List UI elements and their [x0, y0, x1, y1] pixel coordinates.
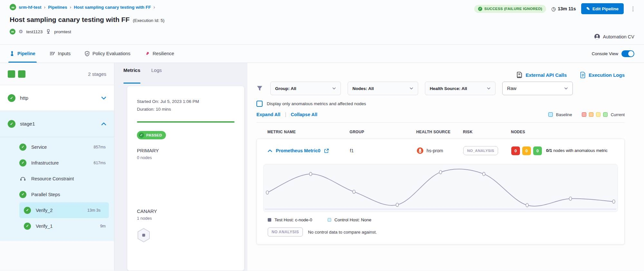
success-check-icon: ✓ [19, 159, 26, 166]
page-title: Host sampling canary testing with FF [10, 16, 130, 24]
breadcrumb-project[interactable]: srm-hf-test [19, 5, 42, 10]
health-source: hs-prom [417, 147, 463, 154]
sidebar-step-verify-2[interactable]: ✓ Verify_2 13m 3s [19, 202, 109, 218]
nodes-filter-dropdown[interactable]: Nodes: All [348, 82, 418, 95]
divider [0, 137, 114, 137]
tab-resilience[interactable]: Resilience [145, 45, 174, 63]
nodes-cell: 0 0 0 0/1 nodes with anomalous metric [511, 146, 618, 155]
risk-badge: NO_ANALYSIS [463, 146, 498, 155]
tab-logs[interactable]: Logs [151, 67, 162, 84]
page-header: ∞ srm-hf-test › Pipelines › Host samplin… [0, 0, 644, 45]
breadcrumb-separator: › [153, 5, 155, 10]
metric-timeseries-chart[interactable] [263, 164, 618, 212]
user-avatar-icon [594, 34, 600, 40]
tab-pipeline[interactable]: Pipeline [10, 45, 35, 63]
verify-details-panel: Metrics Logs Started On: Jul 5, 2023 1:0… [114, 63, 247, 271]
status-badge: ✓ SUCCESS (FAILURE IGNORED) [474, 5, 546, 13]
metrics-console-panel: API External API Calls Execution Logs Gr… [247, 63, 644, 271]
resource-constraint-icon [20, 176, 26, 182]
chevron-up-icon[interactable] [268, 149, 272, 152]
started-on: Started On: Jul 5, 2023 1:06 PM [137, 98, 235, 105]
stage-count: 2 stages [88, 71, 106, 77]
pipeline-icon [10, 51, 14, 56]
pipeline-duration: ◷ 13m 11s [551, 6, 576, 12]
baseline-swatch-icon [548, 112, 553, 117]
external-link-icon[interactable] [324, 148, 329, 153]
canary-label: CANARY [137, 208, 235, 214]
sidebar-step-resource-constraint[interactable]: Resource Constraint [0, 171, 114, 186]
service-name: test1123 [26, 29, 43, 34]
breadcrumb-separator: › [44, 5, 46, 10]
more-options-icon[interactable]: ⋮ [629, 5, 637, 12]
current-red-swatch-icon [582, 112, 586, 117]
chevron-down-icon [564, 87, 568, 90]
execution-logs-link[interactable]: Execution Logs [580, 68, 625, 82]
chevron-up-icon[interactable] [101, 122, 106, 125]
canary-node-hexagon-icon[interactable] [137, 228, 150, 243]
document-icon [580, 72, 586, 78]
metric-group: f1 [350, 148, 417, 153]
anomalous-count-badge: 0 [511, 146, 520, 155]
metric-name-link[interactable]: Prometheus Metric0 [268, 148, 350, 153]
sidebar-step-parallel-steps[interactable]: ✓ Parallel Steps [0, 186, 114, 202]
filter-funnel-icon[interactable] [256, 85, 263, 92]
data-type-dropdown[interactable]: Raw [502, 82, 573, 95]
current-yellow-swatch-icon [596, 112, 601, 117]
sidebar-stage-stage1[interactable]: ✓ stage1 [0, 111, 114, 137]
chevron-down-icon[interactable] [101, 96, 106, 100]
success-check-icon: ✓ [24, 223, 31, 230]
control-host-swatch-icon [328, 218, 331, 222]
primary-node-count: 0 nodes [137, 155, 235, 160]
resilience-icon [145, 51, 150, 56]
success-check-icon: ✓ [8, 120, 15, 128]
stage-square-icon [18, 70, 25, 78]
clock-icon: ◷ [551, 6, 556, 12]
host-legend: Test Host: c-node-0 Control Host: None [257, 212, 624, 222]
group-filter-dropdown[interactable]: Group: All [270, 82, 341, 95]
progress-bar [137, 121, 235, 123]
service-status-icon: ∞ [10, 29, 15, 35]
success-check-icon: ✓ [24, 207, 31, 214]
edit-pipeline-button[interactable]: ✎ Edit Pipeline [581, 3, 624, 14]
no-analysis-badge: NO ANALYSIS [268, 227, 303, 236]
environment-name: promtest [54, 29, 71, 34]
chevron-down-icon [409, 87, 413, 90]
success-check-icon: ✓ [8, 94, 15, 102]
sidebar-step-verify-1[interactable]: ✓ Verify_1 9m [0, 218, 114, 234]
sidebar-step-service[interactable]: ✓ Service 857ms [0, 139, 114, 155]
tab-policy-evaluations[interactable]: Policy Evaluations [85, 45, 130, 63]
chevron-down-icon [332, 87, 336, 90]
stage-summary: 2 stages [0, 63, 114, 85]
external-api-calls-link[interactable]: API External API Calls [516, 68, 567, 82]
tab-inputs[interactable]: Inputs [50, 45, 71, 63]
sidebar-step-infrastructure[interactable]: ✓ Infrastructure 617ms [0, 155, 114, 171]
breadcrumb-pipeline-name[interactable]: Host sampling canary testing with FF [74, 5, 151, 10]
health-source-filter-dropdown[interactable]: Health Source: All [425, 82, 495, 95]
sidebar-stage-http[interactable]: ✓ http [0, 85, 114, 111]
expand-all-link[interactable]: Expand All [256, 112, 280, 117]
metric-table-row: Prometheus Metric0 f1 hs-prom NO_ANALYSI… [257, 139, 624, 160]
gear-icon: ⚙ [19, 29, 23, 35]
canary-node-count: 1 nodes [137, 216, 235, 221]
tab-metrics[interactable]: Metrics [123, 67, 140, 84]
test-host-legend: Test Host: c-node-0 [268, 217, 312, 222]
chevron-down-icon [487, 87, 491, 90]
prometheus-icon [417, 147, 424, 154]
metrics-table-header: METRIC NAME GROUP HEALTH SOURCE RISK NOD… [256, 123, 625, 139]
sidebar-filler [0, 241, 114, 271]
collapse-all-link[interactable]: Collapse All [291, 112, 317, 117]
breadcrumb-separator: › [70, 5, 71, 10]
environment-icon [46, 29, 51, 34]
anomalous-only-checkbox[interactable] [256, 101, 263, 107]
console-view-toggle[interactable] [621, 50, 634, 57]
current-orange-swatch-icon [589, 112, 593, 117]
current-green-swatch-icon [603, 112, 608, 117]
test-host-swatch-icon [268, 218, 271, 222]
chart-color-legend: Baseline Current [548, 112, 625, 117]
triggered-by-user: Automation CV [594, 34, 634, 40]
breadcrumb-pipelines[interactable]: Pipelines [48, 5, 67, 10]
api-document-icon: API [516, 72, 523, 78]
nodes-summary: 0/1 nodes with anomalous metric [546, 147, 612, 154]
analysis-note: No control data to compare against. [308, 230, 377, 235]
success-check-icon: ✓ [19, 144, 26, 151]
